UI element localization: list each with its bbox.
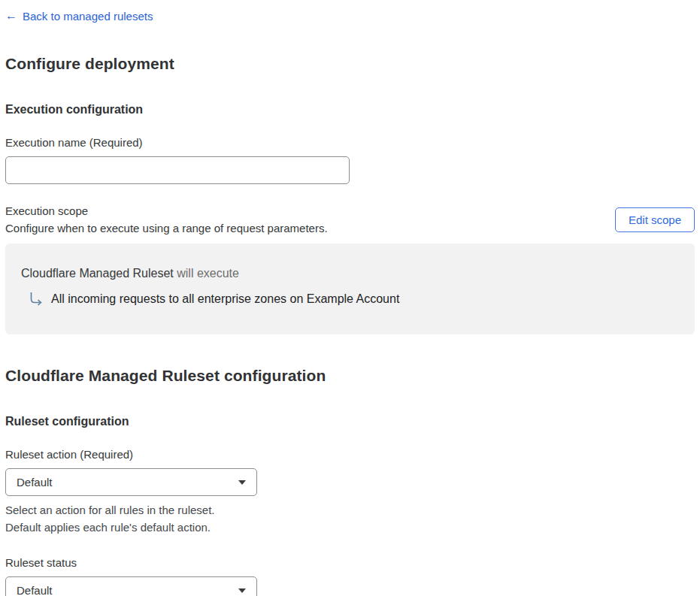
execution-name-label: Execution name (Required) xyxy=(5,136,695,149)
ruleset-action-helper-line2: Default applies each rule's default acti… xyxy=(5,519,695,536)
dropdown-caret-icon xyxy=(238,480,246,485)
ruleset-action-helper-line1: Select an action for all rules in the ru… xyxy=(5,501,695,519)
elbow-arrow-icon xyxy=(29,292,43,307)
ruleset-action-selected-value: Default xyxy=(17,476,53,489)
back-link-label: Back to managed rulesets xyxy=(23,10,153,23)
execution-scope-description: Configure when to execute using a range … xyxy=(5,219,328,237)
ruleset-status-selected-value: Default xyxy=(17,584,53,596)
scope-summary-ruleset-name: Cloudflare Managed Ruleset xyxy=(21,267,174,280)
back-to-managed-rulesets-link[interactable]: ← Back to managed rulesets xyxy=(5,10,153,23)
ruleset-action-label: Ruleset action (Required) xyxy=(5,448,695,461)
ruleset-configuration-subheading: Ruleset configuration xyxy=(5,415,695,428)
execution-scope-text: Execution scope Configure when to execut… xyxy=(5,202,328,237)
ruleset-status-select[interactable]: Default xyxy=(5,576,257,596)
ruleset-configuration-title: Cloudflare Managed Ruleset configuration xyxy=(5,367,695,385)
execution-configuration-heading: Execution configuration xyxy=(5,103,695,116)
page-title: Configure deployment xyxy=(5,55,695,73)
dropdown-caret-icon xyxy=(238,588,246,593)
execution-scope-row: Execution scope Configure when to execut… xyxy=(5,202,695,237)
scope-summary-value: All incoming requests to all enterprise … xyxy=(51,292,399,306)
scope-summary-line: Cloudflare Managed Ruleset will execute xyxy=(21,267,680,280)
ruleset-status-label: Ruleset status xyxy=(5,556,695,569)
execution-name-input[interactable] xyxy=(5,156,350,184)
configure-deployment-page: ← Back to managed rulesets Configure dep… xyxy=(0,0,700,596)
scope-summary-suffix: will execute xyxy=(174,267,239,280)
ruleset-action-select[interactable]: Default xyxy=(5,468,257,496)
execution-scope-label: Execution scope xyxy=(5,202,328,219)
edit-scope-button[interactable]: Edit scope xyxy=(615,207,695,232)
back-arrow-icon: ← xyxy=(5,10,17,22)
execution-scope-summary-box: Cloudflare Managed Ruleset will execute … xyxy=(5,244,695,334)
scope-summary-value-line: All incoming requests to all enterprise … xyxy=(21,292,680,307)
ruleset-action-helper: Select an action for all rules in the ru… xyxy=(5,501,695,536)
